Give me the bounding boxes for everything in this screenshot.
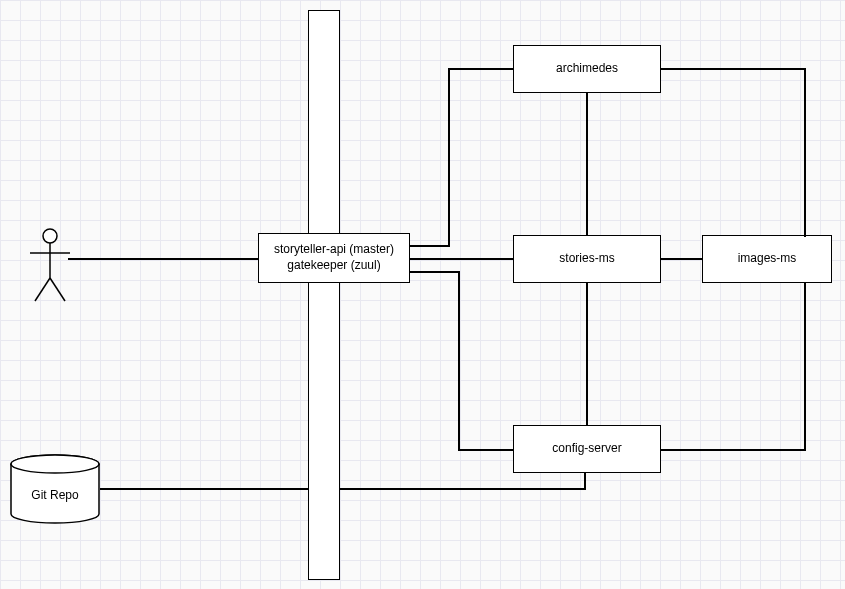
svg-point-0 <box>43 229 57 243</box>
connector-config-images-v <box>804 283 806 451</box>
images-ms-box: images-ms <box>702 235 832 283</box>
connector-arch-stories <box>586 93 588 235</box>
connector-gateway-stories <box>410 258 513 260</box>
git-repo-db: Git Repo <box>10 454 100 524</box>
bus-bar <box>308 10 340 580</box>
git-repo-label: Git Repo <box>10 488 100 502</box>
connector-arch-images-h2 <box>804 235 806 237</box>
config-server-box: config-server <box>513 425 661 473</box>
connector-arch-images-v <box>804 68 806 235</box>
connector-gateway-config-h2 <box>458 449 513 451</box>
actor-icon <box>30 228 70 306</box>
svg-point-6 <box>11 455 99 473</box>
config-server-label: config-server <box>552 441 621 457</box>
svg-line-4 <box>50 278 65 301</box>
connector-gateway-config-v <box>458 271 460 451</box>
diagram-canvas: Git Repo storyteller-api (master) gateke… <box>0 0 845 589</box>
connector-actor-gateway <box>68 258 258 260</box>
connector-git-bus <box>100 488 308 490</box>
connector-bus-config-v <box>584 473 586 490</box>
connector-stories-images <box>661 258 702 260</box>
stories-ms-label: stories-ms <box>559 251 614 267</box>
archimedes-label: archimedes <box>556 61 618 77</box>
connector-gateway-arch-h1 <box>410 245 450 247</box>
stories-ms-box: stories-ms <box>513 235 661 283</box>
connector-bus-config-h <box>340 488 586 490</box>
gateway-label-2b: gatekeeper (zuul) <box>274 258 394 274</box>
connector-gateway-config-h1 <box>410 271 460 273</box>
gateway-label-1b: storyteller-api (master) <box>274 242 394 258</box>
connector-gateway-arch-v <box>448 68 450 247</box>
svg-line-3 <box>35 278 50 301</box>
images-ms-label: images-ms <box>738 251 797 267</box>
connector-gateway-arch-h2 <box>448 68 513 70</box>
connector-stories-config <box>586 283 588 425</box>
archimedes-box: archimedes <box>513 45 661 93</box>
connector-config-images-h <box>661 449 806 451</box>
gateway-box-front: storyteller-api (master) gatekeeper (zuu… <box>258 233 410 283</box>
connector-arch-images-h <box>661 68 806 70</box>
